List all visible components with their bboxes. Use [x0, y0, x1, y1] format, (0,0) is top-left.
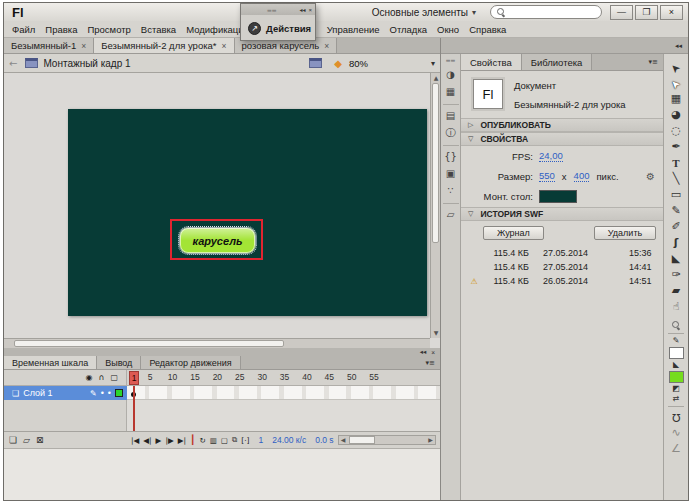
modify-markers-icon[interactable]: [·] [241, 436, 249, 445]
menu-debug[interactable]: Отладка [385, 21, 433, 37]
black-white-icon[interactable]: ◩ [664, 384, 688, 394]
hand-tool-icon[interactable]: ☝ [664, 299, 688, 315]
workspace-switcher[interactable]: Основные элементы ▾ [366, 7, 482, 18]
elapsed-time-value[interactable]: 0.0 s [315, 435, 333, 445]
delete-layer-button[interactable]: ⊠ [36, 435, 44, 445]
code-snippets-panel-icon[interactable]: {} [443, 149, 459, 164]
log-button[interactable]: Журнал [483, 226, 544, 240]
close-icon[interactable]: × [222, 41, 227, 51]
menu-file[interactable]: Файл [7, 21, 40, 37]
stage-height-value[interactable]: 400 [574, 170, 590, 182]
stage-canvas[interactable]: карусель [68, 109, 427, 316]
center-frame-icon[interactable]: ┃ [190, 435, 195, 445]
stroke-color-swatch[interactable] [669, 347, 684, 359]
new-layer-button[interactable]: ❏ [9, 435, 17, 445]
eraser-tool-icon[interactable]: ▰ [664, 283, 688, 299]
scroll-right-icon[interactable]: ▶ [426, 436, 435, 444]
smooth-option-icon[interactable]: ∿ [664, 425, 688, 441]
collapse-panel-icon[interactable]: ◂◂ [299, 6, 305, 13]
edit-scene-icon[interactable] [309, 58, 322, 68]
outline-icon[interactable]: ▢ [110, 373, 118, 382]
pen-tool-icon[interactable]: ✒ [664, 139, 688, 155]
layer-1-row[interactable]: ❏ Слой 1 ✎ • • [4, 386, 127, 400]
layer-visible-dot[interactable]: • [101, 388, 104, 398]
carousel-button-symbol[interactable]: карусель [179, 227, 256, 254]
swatches-panel-icon[interactable]: ▦ [443, 84, 459, 99]
layers-area[interactable] [4, 400, 127, 431]
scroll-up-icon[interactable]: ▲ [431, 73, 440, 83]
menu-view[interactable]: Просмотр [82, 21, 135, 37]
search-box[interactable] [490, 5, 602, 19]
text-tool-icon[interactable]: T [664, 155, 688, 171]
playhead-line[interactable] [133, 386, 135, 431]
lasso-tool-icon[interactable]: ◌ [664, 123, 688, 139]
menu-help[interactable]: Справка [464, 21, 511, 37]
delete-button[interactable]: Удалить [594, 226, 656, 240]
doc-tab-untitled-2[interactable]: Безымянный-2 для урока* × [94, 38, 234, 53]
layer-name[interactable]: Слой 1 [23, 388, 86, 398]
dock-grip[interactable]: ▬▬ [446, 57, 455, 63]
expand-triangle-icon[interactable]: ▷ [468, 121, 473, 129]
back-arrow-icon[interactable]: ← [9, 58, 17, 69]
3d-rotation-tool-icon[interactable]: ◕ [664, 107, 688, 123]
frame-rate-value[interactable]: 24.00 к/с [272, 435, 306, 445]
rectangle-tool-icon[interactable]: ▭ [664, 187, 688, 203]
onion-skin-outlines-icon[interactable]: ▢ [221, 436, 228, 445]
section-properties[interactable]: ▽ СВОЙСТВА [461, 132, 663, 146]
minimize-button[interactable]: — [610, 5, 633, 20]
collapse-to-icons-icon[interactable]: ◂◂ [675, 42, 682, 50]
menu-window[interactable]: Окно [432, 21, 464, 37]
frame-ruler[interactable]: 1 5 10 15 20 25 30 35 40 45 50 55 [127, 370, 440, 385]
actions-panel-body[interactable]: ↗ Действия [241, 15, 315, 41]
go-to-first-frame-button[interactable]: |◀ [131, 436, 139, 445]
tab-timeline[interactable]: Временная шкала [4, 356, 97, 369]
frames-area[interactable] [127, 400, 440, 431]
wrench-icon[interactable]: ⚙ [646, 171, 655, 182]
close-button[interactable]: × [660, 5, 683, 20]
onion-skin-icon[interactable]: ▥ [210, 436, 217, 445]
go-to-last-frame-button[interactable]: ▶| [178, 436, 186, 445]
free-transform-tool-icon[interactable]: ▦ [664, 91, 688, 107]
color-panel-icon[interactable]: ◑ [443, 67, 459, 82]
history-row[interactable]: 115.4 КБ 27.05.2014 15:36 [461, 246, 663, 260]
section-swf-history[interactable]: ▽ ИСТОРИЯ SWF [461, 207, 663, 221]
components-panel-icon[interactable]: ▣ [443, 166, 459, 181]
eyedropper-tool-icon[interactable]: ✑ [664, 267, 688, 283]
tab-library[interactable]: Библиотека [522, 54, 593, 70]
project-panel-icon[interactable]: ▱ [443, 207, 459, 222]
stage-vertical-scrollbar[interactable]: ▲ ▼ [430, 73, 440, 338]
collapse-panel-icon[interactable]: ◂◂ [420, 348, 427, 356]
restore-button[interactable]: ❐ [635, 5, 658, 20]
section-publish[interactable]: ▷ ОПУБЛИКОВАТЬ [461, 118, 663, 132]
scroll-left-icon[interactable]: ◀ [339, 436, 348, 444]
close-panel-icon[interactable]: × [308, 7, 312, 13]
zoom-level-select[interactable]: 80% ▾ [349, 58, 435, 69]
tab-properties[interactable]: Свойства [461, 54, 522, 70]
menu-insert[interactable]: Вставка [136, 21, 181, 37]
selection-tool-icon[interactable]: ➤ [664, 59, 688, 75]
panel-menu-icon[interactable]: ▾≡ [421, 356, 440, 369]
step-back-button[interactable]: ◀| [143, 436, 151, 445]
close-panel-icon[interactable]: × [431, 349, 435, 356]
menu-edit[interactable]: Правка [40, 21, 82, 37]
play-button[interactable]: ▶ [156, 436, 162, 445]
edit-symbol-icon[interactable]: ◆ [334, 58, 342, 69]
tab-motion-editor[interactable]: Редактор движения [141, 356, 240, 369]
zoom-tool-icon[interactable] [664, 315, 688, 331]
stage-width-value[interactable]: 550 [539, 170, 555, 182]
layer-frames-track[interactable] [127, 386, 440, 400]
stage-area[interactable]: карусель ▲ ▼ [4, 73, 440, 348]
edit-multiple-frames-icon[interactable]: ⧉ [232, 435, 237, 445]
new-folder-button[interactable]: ▱ [23, 435, 30, 445]
stage-color-swatch[interactable] [539, 190, 577, 203]
scroll-down-icon[interactable]: ▼ [431, 328, 440, 338]
drag-grip-icon[interactable]: ▬▬ [244, 7, 299, 13]
timeline-scrollbar[interactable]: ◀ ▶ [338, 435, 436, 445]
history-row[interactable]: 115.4 КБ 27.05.2014 14:41 [461, 260, 663, 274]
straighten-option-icon[interactable]: ∠ [664, 441, 688, 457]
pencil-tool-icon[interactable]: ✎ [664, 203, 688, 219]
snap-to-objects-icon[interactable]: Ω [664, 409, 688, 425]
eye-icon[interactable]: ◉ [86, 373, 93, 382]
doc-tab-untitled-1[interactable]: Безымянный-1 × [4, 38, 94, 53]
step-forward-button[interactable]: |▶ [165, 436, 173, 445]
